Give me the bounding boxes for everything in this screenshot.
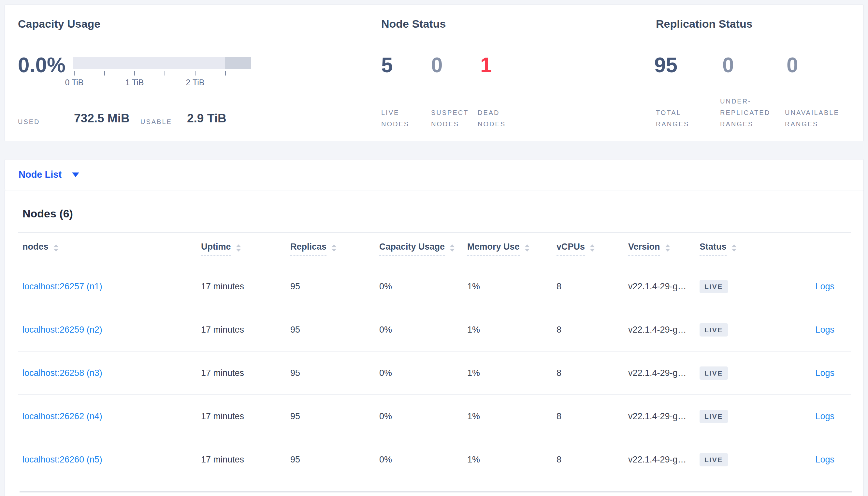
column-header-replicas[interactable]: Replicas xyxy=(290,242,379,255)
logs-link[interactable]: Logs xyxy=(815,325,835,335)
dead-nodes-count: 1 xyxy=(480,55,492,76)
tick-label-1: 1 TiB xyxy=(125,78,144,87)
node-link[interactable]: localhost:26257 (n1) xyxy=(23,281,102,291)
suspect-nodes-count: 0 xyxy=(431,55,443,76)
sort-icon[interactable] xyxy=(331,244,336,252)
replicas-cell: 95 xyxy=(290,455,379,465)
capacity-usage-title: Capacity Usage xyxy=(18,18,100,30)
nodes-section-title: Nodes (6) xyxy=(23,207,73,220)
table-body: localhost:26257 (n1) 17 minutes 95 0% 1%… xyxy=(5,265,864,481)
memory-use-cell: 1% xyxy=(467,281,556,292)
sort-icon[interactable] xyxy=(54,244,59,252)
usable-label: USABLE xyxy=(140,118,172,126)
column-header-vcpus[interactable]: vCPUs xyxy=(556,242,628,255)
version-cell: v22.1.4-29-g… xyxy=(628,455,700,465)
axis-tick xyxy=(104,71,105,76)
axis-tick xyxy=(195,71,195,76)
table-bottom-divider xyxy=(19,492,852,492)
capacity-usage-cell: 0% xyxy=(379,455,467,465)
live-nodes-count: 5 xyxy=(381,55,393,76)
replicas-cell: 95 xyxy=(290,368,379,378)
table-header-row: nodes Uptime Replicas Capacity Usage Mem… xyxy=(5,233,864,265)
capacity-usage-cell: 0% xyxy=(379,325,467,335)
uptime-cell: 17 minutes xyxy=(201,368,290,378)
column-header-capacity-usage[interactable]: Capacity Usage xyxy=(379,242,467,255)
node-link[interactable]: localhost:26258 (n3) xyxy=(23,368,102,378)
sort-icon[interactable] xyxy=(236,244,241,252)
uptime-cell: 17 minutes xyxy=(201,325,290,335)
replicas-cell: 95 xyxy=(290,325,379,335)
uptime-cell: 17 minutes xyxy=(201,455,290,465)
sort-icon[interactable] xyxy=(665,244,670,252)
column-header-nodes[interactable]: nodes xyxy=(23,242,201,255)
memory-use-cell: 1% xyxy=(467,455,556,465)
sort-icon[interactable] xyxy=(732,244,737,252)
version-cell: v22.1.4-29-g… xyxy=(628,281,700,292)
column-header-memory-use[interactable]: Memory Use xyxy=(467,242,556,255)
unavailable-ranges-label: UNAVAILABLE RANGES xyxy=(785,107,862,130)
table-row: localhost:26262 (n4) 17 minutes 95 0% 1%… xyxy=(5,395,864,438)
vcpus-cell: 8 xyxy=(556,281,628,292)
status-badge: LIVE xyxy=(700,410,728,423)
capacity-usage-cell: 0% xyxy=(379,368,467,378)
column-header-version[interactable]: Version xyxy=(628,242,700,255)
table-row: localhost:26260 (n5) 17 minutes 95 0% 1%… xyxy=(5,438,864,481)
node-link[interactable]: localhost:26262 (n4) xyxy=(23,412,102,421)
capacity-usage-cell: 0% xyxy=(379,281,467,292)
logs-link[interactable]: Logs xyxy=(815,368,835,378)
memory-use-cell: 1% xyxy=(467,412,556,421)
capacity-usage-cell: 0% xyxy=(379,412,467,421)
total-ranges-count: 95 xyxy=(654,55,677,76)
capacity-bar-nonusable-segment xyxy=(225,57,251,69)
version-cell: v22.1.4-29-g… xyxy=(628,325,700,335)
used-value: 732.5 MiB xyxy=(74,112,130,125)
axis-tick xyxy=(74,71,75,76)
nodes-table-panel: Nodes (6) nodes Uptime Replicas Capacity… xyxy=(4,190,864,496)
usable-value: 2.9 TiB xyxy=(187,112,226,125)
sort-icon[interactable] xyxy=(590,244,595,252)
table-row: localhost:26258 (n3) 17 minutes 95 0% 1%… xyxy=(5,352,864,395)
column-header-status[interactable]: Status xyxy=(700,242,769,255)
uptime-cell: 17 minutes xyxy=(201,412,290,421)
view-selector-bar: Node List xyxy=(4,159,864,190)
logs-link[interactable]: Logs xyxy=(815,455,835,464)
memory-use-cell: 1% xyxy=(467,325,556,335)
vcpus-cell: 8 xyxy=(556,455,628,465)
under-replicated-ranges-count: 0 xyxy=(722,55,734,76)
chevron-down-icon[interactable] xyxy=(72,172,79,177)
logs-link[interactable]: Logs xyxy=(815,281,835,291)
table-row: localhost:26259 (n2) 17 minutes 95 0% 1%… xyxy=(5,308,864,352)
node-status-title: Node Status xyxy=(381,18,446,30)
used-label: USED xyxy=(18,118,40,126)
replicas-cell: 95 xyxy=(290,412,379,421)
dead-nodes-label: DEAD NODES xyxy=(478,107,520,130)
logs-link[interactable]: Logs xyxy=(815,412,835,421)
node-list-dropdown[interactable]: Node List xyxy=(18,169,62,180)
version-cell: v22.1.4-29-g… xyxy=(628,412,700,421)
status-badge: LIVE xyxy=(700,323,728,337)
tick-label-0: 0 TiB xyxy=(65,78,84,87)
status-badge: LIVE xyxy=(700,280,728,293)
node-link[interactable]: localhost:26259 (n2) xyxy=(23,325,102,335)
cluster-summary-panel: Capacity Usage 0.0% 0 TiB 1 TiB 2 TiB US… xyxy=(4,4,864,141)
status-badge: LIVE xyxy=(700,367,728,380)
sort-icon[interactable] xyxy=(450,244,455,252)
replicas-cell: 95 xyxy=(290,281,379,292)
capacity-used-percent: 0.0% xyxy=(18,55,65,76)
axis-tick xyxy=(165,71,165,76)
cluster-overview-page: Capacity Usage 0.0% 0 TiB 1 TiB 2 TiB US… xyxy=(0,0,868,496)
vcpus-cell: 8 xyxy=(556,412,628,421)
total-ranges-label: TOTAL RANGES xyxy=(656,107,708,130)
version-cell: v22.1.4-29-g… xyxy=(628,368,700,378)
column-header-uptime[interactable]: Uptime xyxy=(201,242,290,255)
axis-tick xyxy=(225,71,226,76)
suspect-nodes-label: SUSPECT NODES xyxy=(431,107,480,130)
node-link[interactable]: localhost:26260 (n5) xyxy=(23,455,102,464)
vcpus-cell: 8 xyxy=(556,325,628,335)
status-badge: LIVE xyxy=(700,453,728,466)
vcpus-cell: 8 xyxy=(556,368,628,378)
table-row: localhost:26257 (n1) 17 minutes 95 0% 1%… xyxy=(5,265,864,308)
memory-use-cell: 1% xyxy=(467,368,556,378)
uptime-cell: 17 minutes xyxy=(201,281,290,292)
sort-icon[interactable] xyxy=(525,244,530,252)
